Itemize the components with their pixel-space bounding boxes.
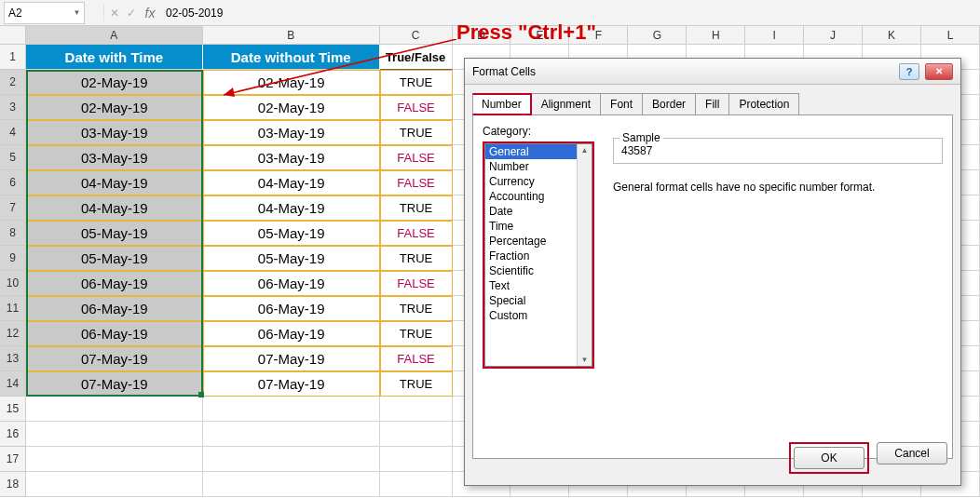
category-item[interactable]: Percentage [485, 234, 592, 249]
col-header-G[interactable]: G [628, 26, 687, 44]
category-item[interactable]: Accounting [485, 189, 592, 204]
category-item[interactable]: Scientific [485, 263, 592, 278]
cell-true-false[interactable]: FALSE [380, 145, 453, 170]
col-header-A[interactable]: A [26, 26, 203, 44]
row-header[interactable]: 4 [0, 120, 26, 145]
cell[interactable] [380, 422, 453, 447]
fx-icon[interactable]: fx [140, 3, 160, 23]
cell-date-without-time[interactable]: 02-May-19 [203, 95, 380, 120]
tab-protection[interactable]: Protection [729, 93, 799, 115]
accept-formula-icon[interactable]: ✓ [123, 3, 140, 23]
name-box-wrap[interactable]: A2 ▼ [4, 2, 85, 24]
tab-alignment[interactable]: Alignment [532, 93, 601, 115]
category-list[interactable]: GeneralNumberCurrencyAccountingDateTimeP… [484, 143, 592, 367]
cell[interactable] [26, 397, 203, 422]
cancel-formula-icon[interactable]: ✕ [106, 3, 123, 23]
row-header[interactable]: 13 [0, 346, 26, 371]
cell-date-with-time[interactable]: 06-May-19 [26, 321, 203, 346]
row-header[interactable]: 17 [0, 447, 26, 472]
cell-date-with-time[interactable]: 05-May-19 [26, 246, 203, 271]
category-item[interactable]: Time [485, 219, 592, 234]
row-header[interactable]: 10 [0, 271, 26, 296]
cell-date-without-time[interactable]: 07-May-19 [203, 346, 380, 371]
cell-date-with-time[interactable]: 05-May-19 [26, 221, 203, 246]
header-true-false[interactable]: True/False [380, 45, 453, 70]
cell[interactable] [380, 472, 453, 497]
row-header[interactable]: 1 [0, 45, 26, 70]
category-item[interactable]: Text [485, 278, 592, 293]
category-item[interactable]: Number [485, 159, 592, 174]
cell[interactable] [203, 447, 380, 472]
cell-true-false[interactable]: TRUE [380, 321, 453, 346]
row-header[interactable]: 15 [0, 397, 26, 422]
cell-date-with-time[interactable]: 04-May-19 [26, 195, 203, 221]
cell-true-false[interactable]: TRUE [380, 120, 453, 145]
cell-date-without-time[interactable]: 02-May-19 [203, 70, 380, 95]
cell[interactable] [380, 447, 453, 472]
row-header[interactable]: 12 [0, 321, 26, 346]
cell-date-with-time[interactable]: 06-May-19 [26, 296, 203, 321]
cell-true-false[interactable]: FALSE [380, 346, 453, 371]
scroll-up-icon[interactable]: ▲ [581, 144, 589, 156]
col-header-C[interactable]: C [380, 26, 453, 44]
cell-true-false[interactable]: TRUE [380, 70, 453, 95]
cell-date-with-time[interactable]: 03-May-19 [26, 145, 203, 170]
row-header[interactable]: 16 [0, 422, 26, 447]
cell-true-false[interactable]: TRUE [380, 246, 453, 271]
header-date-with-time[interactable]: Date with Time [26, 45, 203, 70]
cell-date-without-time[interactable]: 04-May-19 [203, 170, 380, 195]
cell[interactable] [26, 472, 203, 497]
cell-date-with-time[interactable]: 02-May-19 [26, 70, 203, 95]
col-header-B[interactable]: B [203, 26, 380, 44]
category-item[interactable]: General [485, 144, 592, 159]
chevron-down-icon[interactable]: ▼ [70, 3, 84, 23]
select-all-corner[interactable] [0, 26, 26, 44]
category-item[interactable]: Special [485, 293, 592, 308]
cell-date-without-time[interactable]: 06-May-19 [203, 321, 380, 346]
col-header-L[interactable]: L [921, 26, 980, 44]
cell-true-false[interactable]: FALSE [380, 95, 453, 120]
cell-true-false[interactable]: TRUE [380, 195, 453, 221]
col-header-H[interactable]: H [687, 26, 745, 44]
row-header[interactable]: 3 [0, 95, 26, 120]
cell-date-without-time[interactable]: 04-May-19 [203, 195, 380, 221]
cell-date-without-time[interactable]: 07-May-19 [203, 371, 380, 397]
col-header-K[interactable]: K [863, 26, 921, 44]
row-header[interactable]: 14 [0, 371, 26, 397]
cell-date-without-time[interactable]: 06-May-19 [203, 271, 380, 296]
cell-true-false[interactable]: FALSE [380, 170, 453, 195]
tab-number[interactable]: Number [472, 93, 532, 115]
col-header-J[interactable]: J [804, 26, 863, 44]
row-header[interactable]: 9 [0, 246, 26, 271]
name-box[interactable]: A2 [5, 3, 70, 23]
cell[interactable] [203, 422, 380, 447]
cell-date-without-time[interactable]: 05-May-19 [203, 221, 380, 246]
row-header[interactable]: 6 [0, 170, 26, 195]
cell-date-with-time[interactable]: 02-May-19 [26, 95, 203, 120]
cell-date-with-time[interactable]: 07-May-19 [26, 346, 203, 371]
row-header[interactable]: 11 [0, 296, 26, 321]
category-item[interactable]: Custom [485, 308, 592, 323]
category-item[interactable]: Fraction [485, 249, 592, 263]
cell-date-with-time[interactable]: 03-May-19 [26, 120, 203, 145]
category-item[interactable]: Date [485, 204, 592, 219]
row-header[interactable]: 7 [0, 195, 26, 221]
cancel-button[interactable]: Cancel [877, 442, 947, 464]
cell[interactable] [26, 447, 203, 472]
tab-border[interactable]: Border [643, 93, 696, 115]
tab-fill[interactable]: Fill [696, 93, 729, 115]
cell[interactable] [26, 422, 203, 447]
ok-button[interactable]: OK [794, 447, 864, 469]
cell-date-without-time[interactable]: 05-May-19 [203, 246, 380, 271]
tab-font[interactable]: Font [601, 93, 643, 115]
help-icon[interactable]: ? [899, 63, 919, 80]
header-date-without-time[interactable]: Date without Time [203, 45, 380, 70]
cell-date-without-time[interactable]: 03-May-19 [203, 145, 380, 170]
scrollbar[interactable]: ▲▼ [577, 144, 592, 366]
col-header-I[interactable]: I [745, 26, 804, 44]
cell-true-false[interactable]: FALSE [380, 271, 453, 296]
row-header[interactable]: 5 [0, 145, 26, 170]
scroll-down-icon[interactable]: ▼ [581, 354, 589, 366]
cell-date-with-time[interactable]: 07-May-19 [26, 371, 203, 397]
cell-date-with-time[interactable]: 04-May-19 [26, 170, 203, 195]
